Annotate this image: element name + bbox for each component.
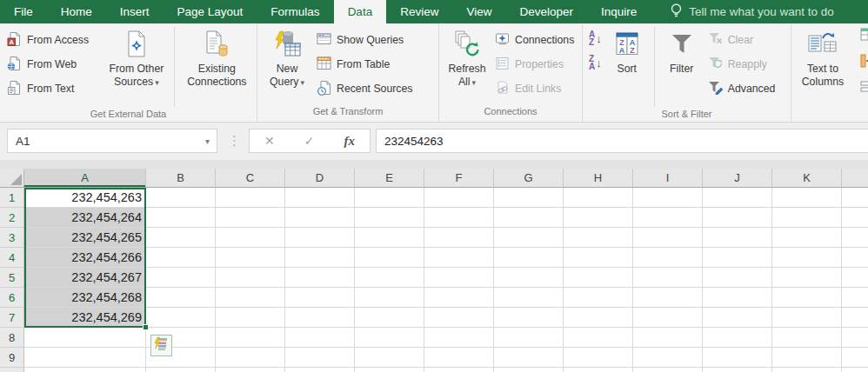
cell[interactable] (494, 328, 564, 348)
cell-a5[interactable]: 232,454,267 (24, 268, 146, 288)
existing-connections-button[interactable]: Existing Connections (179, 25, 255, 89)
cell[interactable] (216, 248, 285, 268)
insert-function-icon[interactable]: fx (344, 134, 355, 149)
column-header-i[interactable]: I (633, 169, 703, 187)
cell[interactable] (633, 368, 703, 372)
fill-handle[interactable] (143, 324, 149, 330)
cell[interactable] (285, 368, 355, 372)
cell[interactable] (146, 288, 216, 308)
cell[interactable] (633, 248, 703, 268)
tab-insert[interactable]: Insert (106, 0, 164, 23)
cell[interactable] (842, 348, 868, 368)
cell[interactable] (285, 248, 355, 268)
cell[interactable] (355, 288, 424, 308)
select-all-button[interactable] (0, 169, 24, 187)
cell[interactable] (355, 248, 424, 268)
cell[interactable] (424, 328, 494, 348)
cell[interactable] (216, 368, 285, 372)
column-header-c[interactable]: C (216, 169, 285, 187)
cell[interactable] (146, 188, 216, 208)
properties-button[interactable]: Properties (491, 52, 578, 76)
cell[interactable] (842, 268, 868, 288)
flash-fill-icon[interactable] (860, 28, 868, 45)
tab-review[interactable]: Review (386, 0, 452, 23)
formula-input[interactable]: 232454263 (376, 129, 868, 153)
cell[interactable] (216, 288, 285, 308)
cell[interactable] (355, 228, 424, 248)
column-header-d[interactable]: D (285, 169, 355, 187)
column-header-k[interactable]: K (772, 169, 842, 187)
row-header-8[interactable]: 8 (0, 328, 24, 348)
cell[interactable] (494, 348, 564, 368)
row-header-2[interactable]: 2 (0, 208, 24, 228)
cell[interactable] (703, 368, 772, 372)
cell[interactable] (424, 248, 494, 268)
cell[interactable] (703, 288, 772, 308)
from-other-sources-button[interactable]: From Other Sources▾ (103, 25, 169, 90)
row-header-9[interactable]: 9 (0, 348, 24, 368)
clear-filter-button[interactable]: Clear (704, 28, 779, 52)
tab-home[interactable]: Home (47, 0, 106, 23)
cell[interactable] (633, 308, 703, 328)
cell-a3[interactable]: 232,454,265 (24, 228, 146, 248)
cell[interactable] (633, 288, 703, 308)
cell-a9[interactable] (24, 348, 146, 368)
cell[interactable] (703, 268, 772, 288)
recent-sources-button[interactable]: Recent Sources (313, 76, 417, 101)
cell[interactable] (633, 188, 703, 208)
cell[interactable] (146, 208, 216, 228)
cell[interactable] (564, 368, 633, 372)
cell[interactable] (772, 288, 842, 308)
tab-file[interactable]: File (0, 0, 47, 23)
cell[interactable] (633, 348, 703, 368)
cell[interactable] (772, 368, 842, 372)
cell[interactable] (146, 308, 216, 328)
cell[interactable] (703, 308, 772, 328)
cell[interactable] (772, 188, 842, 208)
cell[interactable] (216, 228, 285, 248)
row-header-7[interactable]: 7 (0, 308, 24, 328)
cell[interactable] (633, 268, 703, 288)
cell[interactable] (146, 368, 216, 372)
cell[interactable] (842, 288, 868, 308)
sort-descending-button[interactable]: ZA↓ (589, 55, 602, 70)
column-header-g[interactable]: G (494, 169, 564, 187)
cell[interactable] (146, 248, 216, 268)
text-to-columns-button[interactable]: Text to Columns (795, 25, 851, 89)
cell[interactable] (564, 188, 633, 208)
cell[interactable] (216, 268, 285, 288)
cell[interactable] (633, 208, 703, 228)
tab-formulas[interactable]: Formulas (257, 0, 333, 23)
cell[interactable] (842, 188, 868, 208)
cell[interactable] (494, 228, 564, 248)
cell[interactable] (703, 188, 772, 208)
cell[interactable] (424, 268, 494, 288)
cell[interactable] (703, 248, 772, 268)
column-header-e[interactable]: E (355, 169, 424, 187)
tab-developer[interactable]: Developer (505, 0, 587, 23)
row-header-4[interactable]: 4 (0, 248, 24, 268)
column-header-f[interactable]: F (424, 169, 494, 187)
cell[interactable] (355, 328, 424, 348)
cell[interactable] (494, 368, 564, 372)
column-header-a[interactable]: A (24, 169, 146, 187)
cell[interactable] (424, 208, 494, 228)
cell[interactable] (424, 308, 494, 328)
column-header-h[interactable]: H (564, 169, 633, 187)
cell[interactable] (285, 308, 355, 328)
column-header-j[interactable]: J (703, 169, 772, 187)
row-header-10-partial[interactable] (0, 368, 24, 372)
refresh-all-button[interactable]: Refresh All▾ (443, 25, 491, 90)
advanced-filter-button[interactable]: Advanced (704, 76, 779, 101)
cell[interactable] (355, 208, 424, 228)
show-queries-button[interactable]: Show Queries (313, 28, 417, 52)
row-header-6[interactable]: 6 (0, 288, 24, 308)
cell[interactable] (146, 268, 216, 288)
cell[interactable] (703, 228, 772, 248)
formula-bar-resize-handle[interactable]: ⋮ (228, 129, 241, 153)
cell[interactable] (564, 248, 633, 268)
cell[interactable] (24, 368, 146, 372)
cell[interactable] (146, 228, 216, 248)
cell[interactable] (772, 248, 842, 268)
tell-me-box[interactable]: Tell me what you want to do (670, 0, 834, 23)
